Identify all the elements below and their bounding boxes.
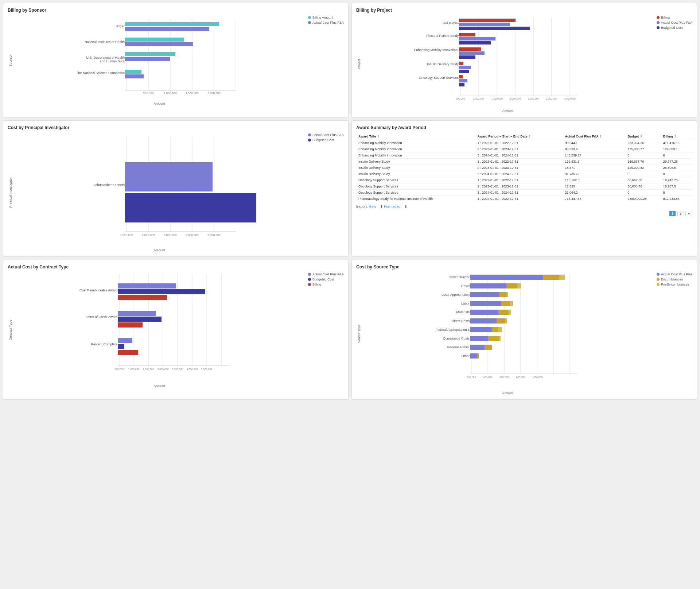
- actual-cost-contract-panel: Actual Cost by Contract Type Contract Ty…: [3, 260, 349, 400]
- source-legend: Actual Cost Plus F&A Encumbrances Pre-En…: [657, 272, 692, 395]
- legend-billing: Billing: [657, 16, 692, 19]
- page-2-btn[interactable]: 2: [677, 211, 684, 216]
- table-cell-actual: 12,525: [563, 183, 626, 190]
- svg-rect-66: [125, 193, 256, 222]
- table-cell-period: 2 : 2023-01-01 : 2023-12-31: [475, 146, 563, 152]
- sort-icon-period[interactable]: ⇕: [528, 135, 531, 138]
- svg-text:1,000,000: 1,000,000: [128, 368, 139, 371]
- svg-text:Direct Costs: Direct Costs: [452, 319, 470, 323]
- table-cell-budget: 0: [625, 152, 661, 159]
- svg-text:3,000,000: 3,000,000: [164, 233, 177, 237]
- svg-rect-42: [459, 55, 475, 59]
- svg-text:Schumacher,Kenneth: Schumacher,Kenneth: [93, 183, 125, 187]
- table-cell-billing: 812,233.85: [661, 196, 692, 202]
- svg-rect-41: [459, 51, 485, 55]
- sort-icon-actual[interactable]: ⇕: [599, 135, 602, 138]
- legend-actual-proj: Actual Cost Plus F&A: [657, 21, 692, 24]
- legend-label-billing: Billing Amount: [312, 16, 333, 19]
- table-cell-period: 2 : 2023-01-01 : 2023-12-31: [475, 165, 563, 171]
- legend-billing-amount: Billing Amount: [308, 16, 344, 19]
- svg-rect-87: [118, 317, 162, 322]
- svg-rect-40: [459, 47, 481, 51]
- svg-rect-90: [118, 338, 132, 343]
- legend-actual-pi: Actual Cost Plus F&A: [308, 133, 344, 137]
- svg-rect-7: [125, 22, 219, 26]
- table-cell-period: 3 : 2024-01-01 : 2024-12-31: [475, 152, 563, 159]
- svg-rect-126: [498, 310, 509, 315]
- table-cell-actual: 31,736.72: [563, 171, 626, 177]
- billing-project-y-axis: Project: [356, 16, 362, 113]
- legend-dot-actual-proj: [657, 21, 660, 24]
- table-cell-period: 1 : 2022-01-01 : 2022-12-31: [475, 159, 563, 165]
- col-award-title[interactable]: Award Title ⇕: [356, 133, 475, 140]
- legend-dot-actual-source: [657, 273, 660, 276]
- legend-encumb-source: Encumbrances: [657, 278, 692, 281]
- col-billing[interactable]: Billing ⇕: [661, 133, 692, 140]
- table-cell-billing: 411,416.15: [661, 140, 692, 146]
- table-row: Enhancing Mobility Innovation1 : 2022-01…: [356, 140, 692, 146]
- svg-rect-121: [470, 301, 501, 306]
- table-row: Pharmacology Study for National Institut…: [356, 196, 692, 202]
- table-cell-budget: 50,000.76: [625, 183, 661, 190]
- sort-icon-billing[interactable]: ⇕: [674, 135, 677, 138]
- table-cell-actual: 145,539.74: [563, 152, 626, 159]
- table-cell-billing: 29,747.25: [661, 159, 692, 165]
- sort-icon-budget[interactable]: ⇕: [640, 135, 642, 138]
- table-cell-billing: 0: [661, 171, 692, 177]
- table-cell-budget: 125,000.82: [625, 165, 661, 171]
- legend-label-actual-contract: Actual Cost Plus F&A: [312, 272, 344, 276]
- svg-text:Pfizer: Pfizer: [116, 24, 125, 28]
- sort-icon-title[interactable]: ⇕: [377, 135, 380, 138]
- source-y-label: Source Type: [357, 325, 361, 343]
- legend-actual-source: Actual Cost Plus F&A: [657, 272, 692, 276]
- svg-text:Labor: Labor: [461, 302, 470, 305]
- svg-text:and Human Svcs: and Human Svcs: [100, 59, 125, 63]
- table-cell-actual: 18,871: [563, 165, 626, 171]
- page-1-btn[interactable]: 1: [669, 211, 676, 216]
- svg-text:500,000: 500,000: [143, 92, 154, 95]
- legend-actual-cost-fa: Actual Cost Plus F&A: [308, 21, 344, 24]
- export-formatted-link[interactable]: Formatted: [384, 205, 401, 209]
- table-cell-period: 3 : 2024-01-01 : 2024-12-31: [475, 171, 563, 177]
- billing-project-legend: Billing Actual Cost Plus F&A Budgeted Co…: [657, 16, 692, 113]
- legend-preencumb-source: Pre-Encumbrances: [657, 283, 692, 286]
- legend-budgeted-proj: Budgeted Cost: [657, 26, 692, 30]
- export-raw-link[interactable]: Raw: [369, 205, 376, 209]
- svg-text:1,000,000: 1,000,000: [164, 92, 177, 95]
- billing-project-chart: test project Phase 2 Patient Study Enhan…: [365, 16, 651, 107]
- svg-text:4,000,000: 4,000,000: [186, 233, 199, 237]
- billing-project-y-label: Project: [357, 59, 361, 69]
- table-cell-budget: 175,000.77: [625, 146, 661, 152]
- page-next-btn[interactable]: »: [685, 211, 692, 216]
- table-cell-budget: 166,667.76: [625, 159, 661, 165]
- svg-text:1,500,000: 1,500,000: [186, 92, 199, 95]
- table-cell-billing: 0: [661, 190, 692, 196]
- billing-sponsor-y-axis: Sponsor: [8, 16, 13, 105]
- table-cell-budget: 2,000,000.28: [625, 196, 661, 202]
- col-budget[interactable]: Budget ⇕: [625, 133, 661, 140]
- table-row: Oncology Support Services1 : 2022-01-01 …: [356, 177, 692, 183]
- svg-text:Compliance Costs: Compliance Costs: [443, 337, 470, 340]
- svg-rect-113: [470, 283, 506, 288]
- legend-budgeted-pi: Budgeted Cost: [308, 138, 344, 142]
- cost-pi-legend: Actual Cost Plus F&A Budgeted Cost: [308, 133, 344, 252]
- table-cell-title: Enhancing Mobility Innovation: [356, 140, 475, 146]
- svg-text:Percent Complete: Percent Complete: [91, 342, 117, 346]
- table-cell-period: 1 : 2022-01-01 : 2022-12-31: [475, 177, 563, 183]
- pagination: 1 2 »: [356, 211, 692, 216]
- svg-text:Travel: Travel: [460, 284, 470, 288]
- svg-text:3,500,000: 3,500,000: [201, 368, 212, 371]
- legend-label-actual: Actual Cost Plus F&A: [312, 21, 344, 24]
- cost-pi-y-label: Principal Investigator: [9, 177, 12, 208]
- col-award-period[interactable]: Award Period – Start – End Date ⇕: [475, 133, 563, 140]
- legend-dot-billing-contract: [308, 283, 311, 286]
- contract-chart: Cost Reimbursable Award Letter of Credit…: [16, 272, 302, 382]
- svg-rect-130: [497, 318, 505, 323]
- svg-text:1,000,000: 1,000,000: [120, 233, 133, 237]
- col-actual-cost[interactable]: Actual Cost Plus F&A ⇕: [563, 133, 626, 140]
- table-cell-title: Insulin Delivery Study: [356, 159, 475, 165]
- svg-rect-11: [125, 42, 193, 46]
- billing-by-sponsor-panel: Billing by Sponsor Sponsor Pfizer: [3, 3, 349, 117]
- svg-rect-114: [506, 283, 517, 288]
- svg-rect-137: [470, 336, 488, 341]
